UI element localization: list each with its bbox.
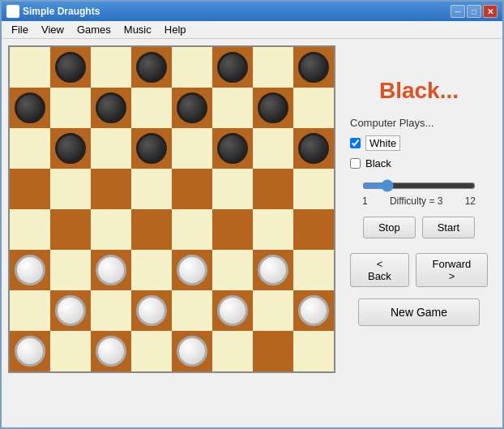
white-piece[interactable] (258, 255, 288, 285)
board-cell-6-7[interactable] (293, 290, 334, 331)
board-cell-2-6[interactable] (253, 128, 293, 169)
board-cell-4-0[interactable] (10, 209, 50, 250)
white-piece[interactable] (177, 336, 207, 367)
board-cell-2-7[interactable] (293, 128, 334, 169)
menu-music[interactable]: Music (117, 22, 158, 37)
board-cell-1-4[interactable] (172, 88, 212, 128)
black-piece[interactable] (217, 133, 248, 164)
forward-button[interactable]: Forward > (416, 253, 488, 287)
black-checkbox-label[interactable]: Black (365, 157, 391, 169)
board-cell-2-0[interactable] (10, 128, 50, 169)
white-piece[interactable] (96, 255, 126, 285)
board-cell-5-6[interactable] (253, 250, 293, 290)
white-checkbox-label[interactable]: White (365, 135, 400, 151)
start-button[interactable]: Start (422, 217, 475, 238)
black-piece[interactable] (217, 52, 248, 83)
black-piece[interactable] (258, 92, 288, 123)
board-cell-3-5[interactable] (212, 169, 253, 209)
white-piece[interactable] (15, 336, 45, 367)
board-cell-2-5[interactable] (212, 128, 253, 169)
board-cell-1-7[interactable] (293, 88, 334, 128)
board-cell-2-2[interactable] (91, 128, 131, 169)
black-piece[interactable] (15, 92, 45, 123)
board-cell-4-3[interactable] (131, 209, 172, 250)
board-cell-1-1[interactable] (50, 88, 91, 128)
black-piece[interactable] (136, 52, 167, 83)
difficulty-slider[interactable] (362, 179, 476, 192)
board-cell-3-2[interactable] (91, 169, 131, 209)
board-cell-4-4[interactable] (172, 209, 212, 250)
board-cell-3-4[interactable] (172, 169, 212, 209)
black-piece[interactable] (136, 133, 167, 164)
black-piece[interactable] (55, 52, 86, 83)
board-cell-1-3[interactable] (131, 88, 172, 128)
board-cell-7-2[interactable] (91, 331, 131, 371)
board-cell-2-3[interactable] (131, 128, 172, 169)
board-cell-6-2[interactable] (91, 290, 131, 331)
board-cell-7-5[interactable] (212, 331, 253, 371)
board-cell-5-5[interactable] (212, 250, 253, 290)
white-piece[interactable] (136, 295, 167, 326)
stop-button[interactable]: Stop (363, 217, 416, 238)
board-cell-6-0[interactable] (10, 290, 50, 331)
board-cell-6-5[interactable] (212, 290, 253, 331)
board-cell-5-7[interactable] (293, 250, 334, 290)
menu-file[interactable]: File (5, 22, 35, 37)
board-cell-7-4[interactable] (172, 331, 212, 371)
white-piece[interactable] (298, 295, 329, 326)
maximize-button[interactable]: □ (467, 5, 481, 18)
black-piece[interactable] (177, 92, 207, 123)
board-cell-4-2[interactable] (91, 209, 131, 250)
board-cell-6-4[interactable] (172, 290, 212, 331)
board-cell-1-2[interactable] (91, 88, 131, 128)
board-cell-4-7[interactable] (293, 209, 334, 250)
menu-help[interactable]: Help (158, 22, 193, 37)
board-cell-1-0[interactable] (10, 88, 50, 128)
new-game-button[interactable]: New Game (358, 298, 480, 326)
black-piece[interactable] (298, 133, 329, 164)
board-cell-0-7[interactable] (293, 47, 334, 88)
black-piece[interactable] (96, 92, 126, 123)
menu-view[interactable]: View (35, 22, 70, 37)
board-cell-7-6[interactable] (253, 331, 293, 371)
white-piece[interactable] (55, 295, 86, 326)
board-cell-0-1[interactable] (50, 47, 91, 88)
board-cell-5-1[interactable] (50, 250, 91, 290)
board-cell-3-1[interactable] (50, 169, 91, 209)
board-cell-5-2[interactable] (91, 250, 131, 290)
board-cell-3-0[interactable] (10, 169, 50, 209)
board-cell-1-6[interactable] (253, 88, 293, 128)
board-cell-3-3[interactable] (131, 169, 172, 209)
board-cell-6-6[interactable] (253, 290, 293, 331)
white-piece[interactable] (15, 255, 45, 285)
white-checkbox[interactable] (350, 138, 361, 148)
board-cell-0-3[interactable] (131, 47, 172, 88)
white-piece[interactable] (96, 336, 126, 367)
board-cell-4-5[interactable] (212, 209, 253, 250)
board-cell-0-0[interactable] (10, 47, 50, 88)
board-cell-4-1[interactable] (50, 209, 91, 250)
white-piece[interactable] (217, 295, 248, 326)
board-cell-7-7[interactable] (293, 331, 334, 371)
board-cell-4-6[interactable] (253, 209, 293, 250)
board-cell-3-6[interactable] (253, 169, 293, 209)
board-cell-5-3[interactable] (131, 250, 172, 290)
board-cell-7-0[interactable] (10, 331, 50, 371)
white-piece[interactable] (177, 255, 207, 285)
board-cell-0-2[interactable] (91, 47, 131, 88)
black-checkbox[interactable] (350, 158, 361, 169)
board-cell-7-1[interactable] (50, 331, 91, 371)
board-cell-0-6[interactable] (253, 47, 293, 88)
board-cell-7-3[interactable] (131, 331, 172, 371)
board-cell-0-5[interactable] (212, 47, 253, 88)
board-cell-3-7[interactable] (293, 169, 334, 209)
board-cell-0-4[interactable] (172, 47, 212, 88)
board-cell-1-5[interactable] (212, 88, 253, 128)
black-piece[interactable] (298, 52, 329, 83)
black-piece[interactable] (55, 133, 86, 164)
board-cell-6-3[interactable] (131, 290, 172, 331)
minimize-button[interactable]: ─ (451, 5, 465, 18)
board-cell-2-4[interactable] (172, 128, 212, 169)
back-button[interactable]: < Back (350, 253, 409, 287)
board-cell-5-4[interactable] (172, 250, 212, 290)
